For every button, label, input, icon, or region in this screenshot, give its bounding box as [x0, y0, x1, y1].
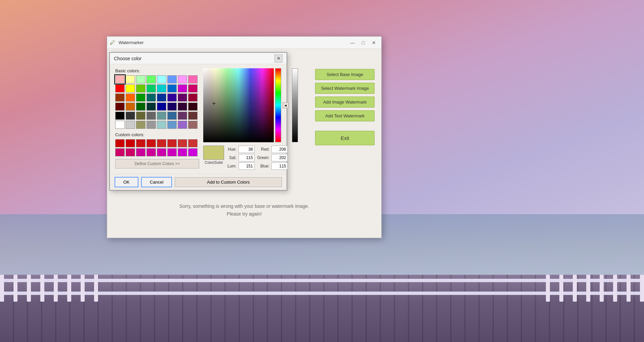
- basic-color-swatch[interactable]: [188, 103, 198, 111]
- color-spectrum[interactable]: [203, 68, 274, 142]
- select-watermark-image-button[interactable]: Select Watermark Image: [315, 83, 375, 94]
- custom-color-swatch[interactable]: [188, 139, 198, 147]
- custom-color-swatch[interactable]: [167, 148, 177, 156]
- basic-color-swatch[interactable]: [136, 121, 145, 129]
- add-image-watermark-button[interactable]: Add Image Watermark: [315, 97, 375, 108]
- basic-color-swatch[interactable]: [126, 84, 135, 92]
- custom-color-swatch[interactable]: [157, 139, 166, 147]
- basic-color-swatch[interactable]: [157, 75, 166, 83]
- basic-color-swatch[interactable]: [126, 112, 135, 120]
- basic-color-swatch[interactable]: [188, 121, 198, 129]
- sat-input[interactable]: [239, 154, 255, 161]
- basic-color-swatch[interactable]: [136, 103, 145, 111]
- basic-color-swatch[interactable]: [146, 84, 156, 92]
- custom-colors-grid: [115, 139, 199, 156]
- basic-color-swatch[interactable]: [178, 112, 187, 120]
- basic-color-swatch[interactable]: [167, 103, 177, 111]
- basic-color-swatch[interactable]: [126, 93, 135, 102]
- basic-color-swatch[interactable]: [167, 75, 177, 83]
- lum-input[interactable]: [239, 162, 255, 170]
- red-input[interactable]: [271, 146, 288, 153]
- basic-color-swatch[interactable]: [126, 103, 135, 111]
- basic-color-swatch[interactable]: [146, 112, 156, 120]
- add-to-custom-colors-button[interactable]: Add to Custom Colors: [175, 177, 282, 187]
- basic-color-swatch[interactable]: [136, 84, 145, 92]
- basic-color-swatch[interactable]: [115, 121, 125, 129]
- basic-color-swatch[interactable]: [115, 75, 125, 83]
- hue-slider[interactable]: [275, 68, 281, 142]
- basic-color-swatch[interactable]: [167, 84, 177, 92]
- basic-color-swatch[interactable]: [146, 103, 156, 111]
- basic-color-swatch[interactable]: [115, 84, 125, 92]
- basic-color-swatch[interactable]: [115, 103, 125, 111]
- basic-color-swatch[interactable]: [136, 93, 145, 102]
- basic-color-swatch[interactable]: [167, 121, 177, 129]
- basic-color-swatch[interactable]: [188, 93, 198, 102]
- basic-color-swatch[interactable]: [157, 121, 166, 129]
- basic-color-swatch[interactable]: [157, 112, 166, 120]
- basic-color-swatch[interactable]: [136, 75, 145, 83]
- basic-color-swatch[interactable]: [157, 103, 166, 111]
- brightness-slider[interactable]: [292, 68, 298, 142]
- app-icon: 🖊: [110, 40, 116, 46]
- custom-color-swatch[interactable]: [115, 148, 125, 156]
- basic-color-swatch[interactable]: [126, 121, 135, 129]
- custom-color-swatch[interactable]: [146, 139, 156, 147]
- ok-button[interactable]: OK: [115, 177, 138, 187]
- basic-color-swatch[interactable]: [178, 103, 187, 111]
- basic-color-swatch[interactable]: [146, 121, 156, 129]
- custom-color-swatch[interactable]: [115, 139, 125, 147]
- error-message: Sorry, something is wrong with your base…: [107, 202, 381, 218]
- arrow-button[interactable]: ◄: [283, 102, 289, 108]
- select-base-image-button[interactable]: Select Base Image: [315, 69, 375, 80]
- basic-color-swatch[interactable]: [178, 75, 187, 83]
- basic-color-swatch[interactable]: [146, 75, 156, 83]
- custom-color-swatch[interactable]: [126, 148, 135, 156]
- color-values-area: Color|Solid Hue: Red: Sat: Green: Lum: B…: [203, 146, 298, 170]
- custom-color-swatch[interactable]: [146, 148, 156, 156]
- hue-input[interactable]: [239, 146, 255, 153]
- custom-color-swatch[interactable]: [178, 139, 187, 147]
- basic-color-swatch[interactable]: [167, 93, 177, 102]
- define-custom-colors-button[interactable]: Define Custom Colors >>: [115, 159, 199, 168]
- basic-color-swatch[interactable]: [178, 84, 187, 92]
- custom-color-swatch[interactable]: [136, 139, 145, 147]
- minimize-button[interactable]: —: [348, 39, 357, 46]
- basic-color-swatch[interactable]: [146, 93, 156, 102]
- exit-button[interactable]: Exit: [315, 131, 375, 145]
- basic-color-swatch[interactable]: [188, 84, 198, 92]
- custom-color-swatch[interactable]: [157, 148, 166, 156]
- hue-slider-track: [275, 69, 281, 142]
- close-button[interactable]: ✕: [369, 39, 379, 46]
- dialog-close-button[interactable]: ✕: [274, 54, 283, 63]
- basic-color-swatch[interactable]: [178, 121, 187, 129]
- custom-color-swatch[interactable]: [167, 139, 177, 147]
- custom-color-swatch[interactable]: [136, 148, 145, 156]
- fence-post: [67, 275, 71, 302]
- color-picker-dialog: Choose color ✕ Basic colors: Custom colo…: [109, 52, 287, 191]
- basic-color-swatch[interactable]: [167, 112, 177, 120]
- green-input[interactable]: [271, 154, 288, 161]
- cancel-button[interactable]: Cancel: [141, 177, 172, 187]
- custom-color-swatch[interactable]: [188, 148, 198, 156]
- custom-color-swatch[interactable]: [126, 139, 135, 147]
- fence-post: [559, 275, 563, 302]
- basic-color-swatch[interactable]: [157, 93, 166, 102]
- basic-color-swatch[interactable]: [126, 75, 135, 83]
- basic-color-swatch[interactable]: [188, 75, 198, 83]
- fence-post: [600, 275, 604, 302]
- side-buttons: Select Base Image Select Watermark Image…: [315, 69, 375, 145]
- basic-color-swatch[interactable]: [115, 93, 125, 102]
- basic-color-swatch[interactable]: [136, 112, 145, 120]
- fence-post: [586, 275, 590, 302]
- blue-input[interactable]: [271, 162, 288, 170]
- custom-color-swatch[interactable]: [178, 148, 187, 156]
- basic-color-swatch[interactable]: [178, 93, 187, 102]
- add-text-watermark-button[interactable]: Add Text Watermark: [315, 110, 375, 121]
- maximize-button[interactable]: □: [358, 39, 368, 46]
- title-bar: 🖊 Watermarker — □ ✕: [107, 37, 381, 49]
- basic-color-swatch[interactable]: [115, 112, 125, 120]
- basic-color-swatch[interactable]: [157, 84, 166, 92]
- fence-post: [640, 275, 644, 302]
- basic-color-swatch[interactable]: [188, 112, 198, 120]
